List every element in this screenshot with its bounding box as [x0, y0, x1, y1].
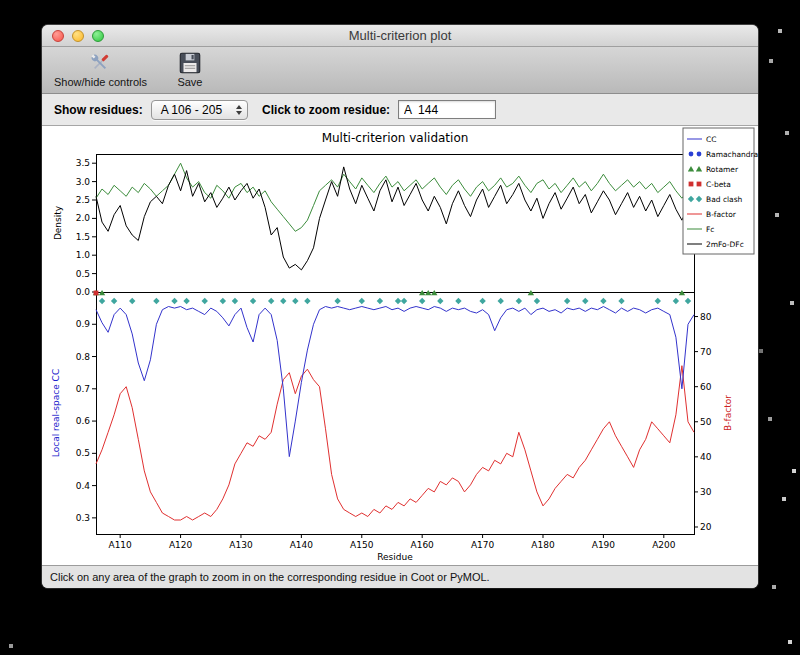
x-tick-label: A130 [229, 540, 253, 550]
minimize-button[interactable] [72, 30, 84, 42]
rotamer-marker [528, 290, 534, 295]
legend-label: 2mFo-DFc [706, 240, 744, 249]
plot-title: Multi-criterion validation [322, 131, 469, 145]
two-mfo-dfc-line [96, 167, 694, 270]
bad-clash-marker [153, 298, 159, 304]
y-tick-label: 20 [700, 522, 712, 532]
status-text: Click on any area of the graph to zoom i… [50, 571, 490, 583]
bad-clash-marker [655, 298, 661, 304]
legend-glyph-Ramachandran [689, 152, 694, 157]
show-hide-controls-label: Show/hide controls [54, 76, 147, 88]
rotamer-marker [679, 290, 685, 295]
bad-clash-marker [534, 298, 540, 304]
close-button[interactable] [52, 30, 64, 42]
status-bar: Click on any area of the graph to zoom i… [42, 565, 758, 588]
x-tick-label: A120 [169, 540, 193, 550]
cc-axis-label: Local real-space CC [51, 369, 61, 457]
zoom-residue-input[interactable] [398, 100, 496, 119]
y-tick-label: 0.4 [76, 481, 91, 491]
y-tick-label: 0.7 [76, 384, 90, 394]
desktop-background: Multi-criterion plot Show/hide controls [0, 0, 800, 655]
show-residues-label: Show residues: [54, 103, 143, 117]
save-button[interactable]: Save [173, 49, 207, 89]
y-tick-label: 2.5 [76, 195, 90, 205]
screen-noise [0, 0, 2, 2]
legend-label: Fc [706, 225, 714, 234]
bad-clash-marker [401, 298, 407, 304]
y-tick-label: 1.0 [76, 250, 91, 260]
density-axis-label: Density [53, 205, 63, 240]
y-tick-label: 2.0 [76, 213, 91, 223]
legend-glyph-C-beta [689, 182, 694, 187]
zoom-residue-label: Click to zoom residue: [262, 103, 390, 117]
app-window: Multi-criterion plot Show/hide controls [42, 25, 758, 588]
y-tick-label: 0.3 [76, 513, 90, 523]
bad-clash-marker [516, 298, 522, 304]
y-tick-label: 0.5 [76, 448, 90, 458]
y-tick-label: 0.6 [76, 416, 91, 426]
multi-criterion-plot[interactable]: Multi-criterion validation0.00.51.01.52.… [42, 126, 758, 565]
bad-clash-marker [99, 298, 105, 304]
c-beta-marker [94, 291, 99, 296]
x-tick-label: A110 [108, 540, 132, 550]
window-title: Multi-criterion plot [349, 28, 452, 43]
x-tick-label: A140 [290, 540, 314, 550]
bad-clash-marker [171, 298, 177, 304]
legend-box [683, 128, 754, 254]
legend-label: Bad clash [706, 195, 743, 204]
bad-clash-marker [129, 298, 135, 304]
y-tick-label: 30 [700, 487, 712, 497]
bad-clash-marker [582, 298, 588, 304]
rotamer-marker [425, 290, 431, 295]
bad-clash-marker [377, 298, 383, 304]
b-factor-line [96, 366, 694, 520]
bad-clash-marker [268, 298, 274, 304]
plot-area: Multi-criterion validation0.00.51.01.52.… [42, 126, 758, 565]
y-tick-label: 0.5 [76, 269, 90, 279]
residue-range-dropdown[interactable]: A 106 - 205 [151, 100, 248, 120]
bad-clash-marker [292, 298, 298, 304]
bad-clash-marker [250, 298, 256, 304]
x-axis-label: Residue [377, 552, 413, 562]
bad-clash-marker [111, 298, 117, 304]
bad-clash-marker [232, 298, 238, 304]
b-factor-axis-label: B-factor [723, 395, 733, 431]
bad-clash-marker [280, 298, 286, 304]
x-tick-label: A170 [471, 540, 495, 550]
legend-label: CC [706, 135, 716, 144]
bad-clash-marker [455, 298, 461, 304]
y-tick-label: 70 [700, 347, 712, 357]
bad-clash-marker [183, 298, 189, 304]
y-tick-label: 0.0 [76, 287, 91, 297]
y-tick-label: 3.0 [76, 177, 91, 187]
toolbar: Show/hide controls Save [42, 47, 758, 94]
bad-clash-marker [564, 298, 570, 304]
legend-glyph-Ramachandran [697, 152, 702, 157]
residue-range-value: A 106 - 205 [161, 103, 222, 117]
rotamer-marker [431, 290, 437, 295]
tools-icon [87, 50, 113, 76]
y-tick-label: 50 [700, 417, 712, 427]
show-hide-controls-button[interactable]: Show/hide controls [50, 49, 151, 89]
y-tick-label: 0.8 [76, 352, 91, 362]
legend-label: Ramachandran [706, 150, 758, 159]
x-tick-label: A190 [592, 540, 616, 550]
bad-clash-marker [479, 298, 485, 304]
rotamer-marker [99, 290, 105, 295]
zoom-window-button[interactable] [92, 30, 104, 42]
dropdown-stepper-icon [236, 105, 242, 115]
bottom-panel-frame [96, 292, 694, 534]
x-tick-label: A160 [411, 540, 435, 550]
bad-clash-marker [419, 298, 425, 304]
bad-clash-marker [600, 298, 606, 304]
legend-glyph-C-beta [697, 182, 702, 187]
y-tick-label: 80 [700, 312, 712, 322]
legend-label: B-factor [706, 210, 737, 219]
titlebar: Multi-criterion plot [42, 25, 758, 47]
save-label: Save [177, 76, 202, 88]
cc-line [96, 307, 694, 457]
legend-label: Rotamer [706, 165, 739, 174]
y-tick-label: 0.9 [76, 319, 91, 329]
bad-clash-marker [359, 298, 365, 304]
controls-row: Show residues: A 106 - 205 Click to zoom… [42, 94, 758, 126]
